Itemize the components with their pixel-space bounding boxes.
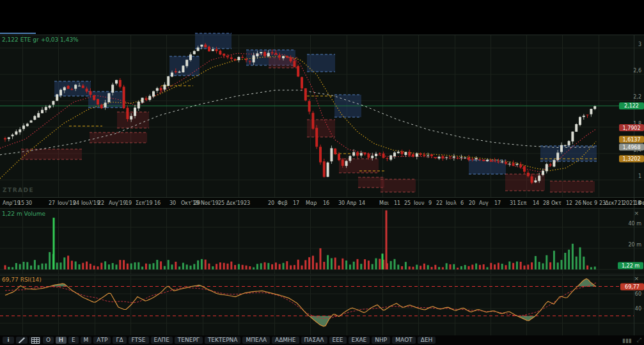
toolbar-button-Η[interactable]: Η bbox=[56, 337, 67, 344]
svg-text:3: 3 bbox=[638, 42, 641, 47]
toolbar-button-ΜΠΕΛΑ[interactable]: ΜΠΕΛΑ bbox=[242, 337, 270, 344]
svg-text:14: 14 bbox=[359, 200, 365, 206]
svg-text:Απρ: Απρ bbox=[347, 200, 356, 206]
svg-text:2,122: 2,122 bbox=[624, 103, 639, 109]
svg-text:14: 14 bbox=[533, 200, 539, 206]
price-label-yellow-level: 1,3202 bbox=[619, 156, 644, 163]
svg-text:Οκτ: Οκτ bbox=[551, 200, 562, 206]
svg-text:17: 17 bbox=[293, 200, 299, 206]
svg-text:20: 20 bbox=[268, 200, 274, 206]
toolbar-button-ΓΔ[interactable]: ΓΔ bbox=[113, 337, 126, 344]
svg-text:30: 30 bbox=[169, 200, 176, 206]
svg-text:1,4968: 1,4968 bbox=[623, 145, 641, 150]
toolbar-button-ΜΑΟΤ[interactable]: ΜΑΟΤ bbox=[392, 337, 416, 344]
svg-text:Δεκ'19: Δεκ'19 bbox=[226, 200, 244, 206]
price-label-last-price: 2,122 bbox=[619, 102, 644, 109]
price-label-ma-slow: 1,6137 bbox=[619, 136, 644, 143]
svg-text:31: 31 bbox=[510, 200, 516, 206]
svg-text:20 m: 20 m bbox=[628, 242, 641, 248]
volume-panel-close-button[interactable]: × bbox=[634, 210, 639, 216]
svg-text:Δεκ: Δεκ bbox=[605, 200, 615, 206]
svg-text:Νοε: Νοε bbox=[583, 200, 592, 206]
toolbar-button-ΕΧΑΕ[interactable]: ΕΧΑΕ bbox=[349, 337, 370, 344]
svg-text:12: 12 bbox=[566, 200, 572, 206]
svg-text:Σεπ: Σεπ bbox=[517, 200, 526, 206]
chart-canvas[interactable]: 32,62,21,81,4140 m20 m60402,1221,79021,6… bbox=[0, 0, 644, 335]
toolbar-button-ΔΕΗ[interactable]: ΔΕΗ bbox=[418, 337, 436, 344]
svg-text:40: 40 bbox=[635, 306, 641, 312]
svg-text:17: 17 bbox=[494, 200, 501, 206]
svg-text:7: 7 bbox=[614, 200, 617, 206]
rsi-panel-close-button[interactable]: × bbox=[634, 275, 639, 282]
svg-text:Νοε'19: Νοε'19 bbox=[201, 200, 219, 206]
svg-text:9: 9 bbox=[428, 200, 432, 206]
expand-icon[interactable]: ⤢ bbox=[637, 337, 641, 344]
toolbar-button-Ε[interactable]: Ε bbox=[68, 337, 79, 344]
svg-text:Αυγ'19: Αυγ'19 bbox=[109, 200, 126, 206]
svg-text:27: 27 bbox=[49, 200, 55, 206]
trading-app-window: 32,62,21,81,4140 m20 m60402,1221,79021,6… bbox=[0, 0, 644, 345]
svg-text:30: 30 bbox=[338, 200, 345, 206]
rsi-panel[interactable] bbox=[0, 275, 644, 335]
bar-chart-icon[interactable]: ▮▮▮ bbox=[622, 337, 632, 344]
svg-text:26: 26 bbox=[575, 200, 581, 206]
svg-text:9: 9 bbox=[594, 200, 597, 206]
svg-text:Φεβ'21: Φεβ'21 bbox=[638, 200, 644, 206]
svg-text:25: 25 bbox=[404, 200, 411, 206]
svg-text:60: 60 bbox=[635, 291, 641, 297]
bottom-toolbar: i ΟΗΕΜΑΤΡΓΔFTSEΕΛΠΕΤΕΝΕΡΓΤΕΚΤΕΡΝΑΜΠΕΛΑΑΔ… bbox=[0, 335, 644, 345]
svg-text:Αυγ: Αυγ bbox=[479, 200, 489, 206]
svg-text:Ιουλ: Ιουλ bbox=[446, 200, 457, 206]
pencil-icon bbox=[18, 337, 26, 344]
svg-text:1,7902: 1,7902 bbox=[623, 125, 641, 131]
svg-text:16: 16 bbox=[154, 200, 161, 206]
svg-text:24: 24 bbox=[73, 200, 79, 206]
table-grid-icon bbox=[31, 337, 40, 344]
volume-last-label: 1,22 m bbox=[618, 262, 643, 269]
toolbar-button-ΠΑΣΑΛ[interactable]: ΠΑΣΑΛ bbox=[301, 337, 327, 344]
time-axis[interactable]: Απρ'19153027Ιουν'1924Ιουλ'1922Αυγ'1919Σε… bbox=[3, 200, 644, 206]
svg-text:11: 11 bbox=[394, 200, 400, 206]
svg-text:22: 22 bbox=[98, 200, 104, 206]
grid-table-icon[interactable] bbox=[29, 337, 41, 344]
svg-text:2,6: 2,6 bbox=[633, 68, 641, 74]
price-label-ma-long: 1,4968 bbox=[619, 143, 644, 150]
info-icon[interactable]: i bbox=[3, 337, 14, 344]
toolbar-button-ΑΔΜΗΕ[interactable]: ΑΔΜΗΕ bbox=[272, 337, 299, 344]
toolbar-button-ΕΛΠΕ[interactable]: ΕΛΠΕ bbox=[151, 337, 173, 344]
toolbar-button-ΑΤΡ[interactable]: ΑΤΡ bbox=[93, 337, 111, 344]
svg-text:1,22 m: 1,22 m bbox=[622, 263, 640, 269]
svg-text:2,2: 2,2 bbox=[633, 94, 641, 100]
svg-text:25: 25 bbox=[218, 200, 224, 206]
svg-text:1: 1 bbox=[638, 173, 641, 179]
svg-text:23: 23 bbox=[244, 200, 250, 206]
toolbar-button-ΝΗΡ[interactable]: ΝΗΡ bbox=[372, 337, 390, 344]
symbol-button-strip: ΟΗΕΜΑΤΡΓΔFTSEΕΛΠΕΤΕΝΕΡΓΤΕΚΤΕΡΝΑΜΠΕΛΑΑΔΜΗ… bbox=[43, 337, 436, 344]
svg-text:Μαι: Μαι bbox=[379, 200, 389, 206]
svg-text:28: 28 bbox=[543, 200, 549, 206]
svg-text:69,77: 69,77 bbox=[625, 284, 640, 290]
draw-pencil-icon[interactable] bbox=[16, 337, 27, 344]
svg-text:29: 29 bbox=[194, 200, 200, 206]
svg-text:1,3202: 1,3202 bbox=[623, 156, 641, 162]
toolbar-button-ΕΕΕ[interactable]: ΕΕΕ bbox=[329, 337, 347, 344]
svg-text:30: 30 bbox=[26, 200, 32, 206]
svg-text:19: 19 bbox=[125, 200, 132, 206]
rsi-value-label: 69,77 bbox=[620, 284, 644, 291]
svg-text:22: 22 bbox=[436, 200, 443, 206]
svg-text:6: 6 bbox=[460, 200, 464, 206]
svg-text:Ιουν: Ιουν bbox=[414, 200, 425, 206]
svg-text:40 m: 40 m bbox=[628, 221, 641, 227]
toolbar-button-Μ[interactable]: Μ bbox=[81, 337, 92, 344]
toolbar-right-icons: ▮▮▮⤢ bbox=[622, 337, 641, 344]
price-label-ma-fast: 1,7902 bbox=[619, 124, 644, 131]
svg-text:16: 16 bbox=[323, 200, 329, 206]
svg-text:Μαρ: Μαρ bbox=[306, 200, 317, 206]
svg-text:15: 15 bbox=[18, 200, 24, 206]
toolbar-button-ΤΕΝΕΡΓ[interactable]: ΤΕΝΕΡΓ bbox=[175, 337, 203, 344]
svg-text:20: 20 bbox=[469, 200, 475, 206]
toolbar-button-ΤΕΚΤΕΡΝΑ[interactable]: ΤΕΚΤΕΡΝΑ bbox=[205, 337, 241, 344]
toolbar-button-Ο[interactable]: Ο bbox=[43, 337, 54, 344]
svg-text:Σεπ'19: Σεπ'19 bbox=[136, 200, 153, 206]
toolbar-button-FTSE[interactable]: FTSE bbox=[129, 337, 149, 344]
